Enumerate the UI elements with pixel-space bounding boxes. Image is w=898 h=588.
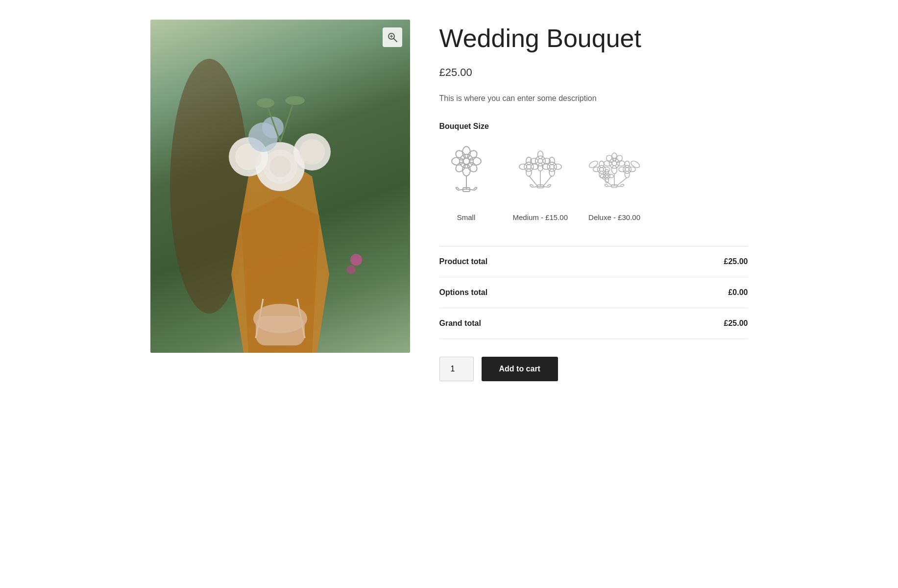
option-deluxe[interactable]: Deluxe - £30.00 [587,143,641,221]
svg-point-56 [538,159,542,163]
svg-point-18 [285,96,305,105]
option-small-label: Small [457,213,476,221]
svg-point-83 [604,173,610,179]
svg-point-41 [526,169,532,176]
svg-point-80 [619,167,626,172]
svg-point-36 [463,158,470,165]
svg-point-76 [612,161,617,166]
grand-total-row: Grand total £25.00 [439,308,748,339]
svg-point-51 [535,156,545,166]
product-total-label: Product total [439,257,488,266]
small-bouquet-icon [439,143,493,206]
option-medium[interactable]: Medium - £15.00 [513,143,568,221]
zoom-button[interactable] [383,27,402,47]
product-description: This is where you can enter some descrip… [439,93,748,104]
add-to-cart-button[interactable]: Add to cart [482,357,558,381]
svg-point-47 [549,169,555,176]
option-small[interactable]: Small [439,143,493,221]
svg-point-42 [519,164,527,170]
svg-point-62 [630,160,641,169]
svg-point-69 [609,158,620,169]
quantity-input[interactable] [439,357,474,381]
svg-point-17 [257,98,274,108]
product-total-row: Product total £25.00 [439,246,748,277]
svg-point-33 [465,149,479,162]
svg-point-71 [612,166,617,174]
svg-rect-22 [256,316,305,345]
svg-point-75 [614,154,624,164]
svg-point-88 [606,175,608,178]
product-image [150,20,410,353]
svg-point-84 [606,170,609,175]
svg-point-64 [599,161,604,168]
product-page: Wedding Bouquet £25.00 This is where you… [131,20,768,381]
svg-point-12 [299,139,325,165]
svg-point-49 [554,164,561,170]
svg-point-8 [269,156,291,177]
svg-point-32 [454,149,467,162]
svg-point-78 [625,161,630,168]
totals-section: Product total £25.00 Options total £0.00… [439,246,748,339]
option-deluxe-label: Deluxe - £30.00 [588,213,640,221]
medium-bouquet-icon [513,143,567,206]
option-group-label: Bouquet Size [439,122,748,131]
svg-point-77 [623,166,631,174]
svg-point-20 [347,265,356,274]
product-price: £25.00 [439,66,748,79]
options-total-value: £0.00 [728,288,748,297]
svg-point-63 [598,166,606,174]
svg-point-79 [625,171,630,178]
grand-total-label: Grand total [439,319,481,328]
svg-line-24 [394,39,397,42]
zoom-icon [388,32,397,42]
svg-point-87 [608,174,614,178]
svg-point-66 [593,167,600,172]
svg-point-19 [350,254,362,266]
grand-total-value: £25.00 [724,319,748,328]
svg-point-61 [588,160,599,169]
option-medium-label: Medium - £15.00 [513,213,568,221]
svg-point-81 [629,167,636,172]
svg-point-52 [537,151,543,159]
svg-point-74 [605,154,615,164]
actions-row: Add to cart [439,357,748,381]
bouquet-options: Small [439,143,748,221]
svg-point-34 [454,161,467,174]
options-total-label: Options total [439,288,488,297]
product-title: Wedding Bouquet [439,24,748,52]
svg-point-35 [465,161,479,174]
product-image-wrapper [150,20,410,353]
deluxe-bouquet-icon [587,143,641,206]
product-total-value: £25.00 [724,257,748,266]
product-details: Wedding Bouquet £25.00 This is where you… [439,20,748,381]
options-total-row: Options total £0.00 [439,277,748,308]
svg-point-27 [460,154,473,168]
